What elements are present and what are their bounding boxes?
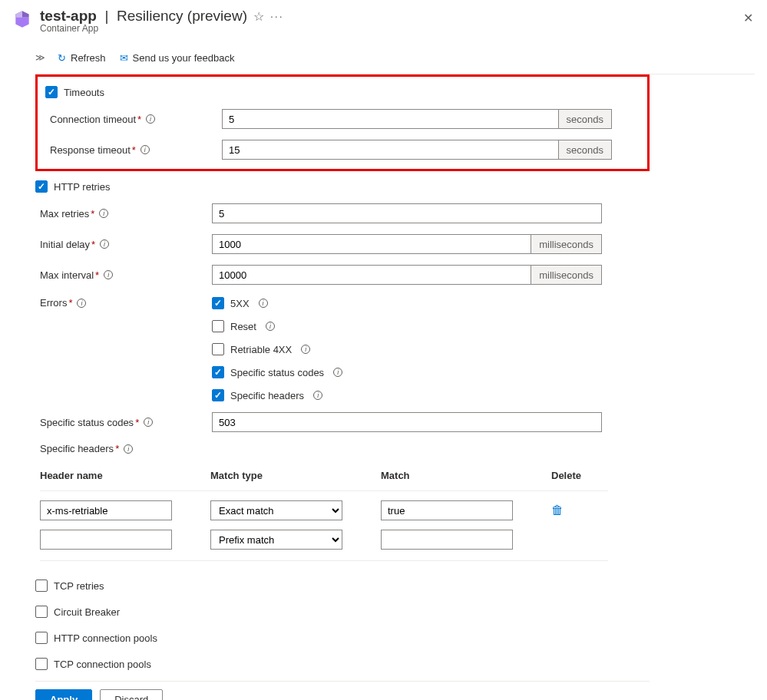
errors-label: Errors [40, 297, 67, 309]
response-timeout-input[interactable] [222, 140, 559, 160]
headers-table: Header name Match type Match Delete Exac… [40, 462, 608, 561]
err-specific-codes-checkbox[interactable] [212, 366, 224, 378]
match-value-input[interactable] [381, 500, 513, 520]
err-retriable4xx-label: Retriable 4XX [230, 344, 292, 355]
info-icon[interactable] [266, 322, 275, 331]
connection-timeout-label: Connection timeout [50, 114, 136, 125]
table-row: Exact match 🗑 [40, 500, 608, 520]
max-interval-input[interactable] [212, 265, 531, 285]
info-icon[interactable] [144, 418, 153, 427]
footer-divider [35, 681, 650, 682]
max-interval-unit: milliseconds [531, 265, 602, 285]
refresh-label: Refresh [71, 52, 106, 64]
info-icon[interactable] [333, 368, 342, 377]
container-app-icon [12, 9, 34, 31]
header-name-input[interactable] [40, 530, 172, 550]
subtitle: Container App [40, 23, 284, 34]
match-value-input[interactable] [381, 530, 513, 550]
initial-delay-label: Initial delay [40, 239, 90, 250]
err-reset-checkbox[interactable] [212, 320, 224, 332]
col-header-match: Match [381, 470, 551, 481]
info-icon[interactable] [301, 345, 310, 354]
close-icon[interactable]: ✕ [743, 11, 753, 25]
err-5xx-checkbox[interactable] [212, 297, 224, 309]
response-timeout-label: Response timeout [50, 144, 131, 156]
timeouts-label: Timeouts [64, 87, 104, 98]
circuit-breaker-label: Circuit Breaker [54, 606, 120, 618]
initial-delay-input[interactable] [212, 234, 531, 254]
delete-row-icon[interactable]: 🗑 [551, 504, 564, 517]
http-retries-label: HTTP retries [54, 181, 110, 193]
expand-sidebar-icon[interactable]: ≫ [35, 52, 45, 63]
match-type-select[interactable]: Exact match [210, 500, 342, 520]
tcp-retries-checkbox[interactable] [35, 579, 48, 592]
more-menu-icon[interactable]: ··· [270, 10, 284, 22]
info-icon[interactable] [141, 145, 150, 154]
page-header: test-app | Resiliency (preview) ☆ ··· Co… [12, 8, 755, 34]
tcp-pools-label: TCP connection pools [54, 659, 151, 670]
err-reset-label: Reset [230, 321, 256, 332]
info-icon[interactable] [99, 209, 108, 218]
response-timeout-unit: seconds [559, 140, 612, 160]
info-icon[interactable] [124, 444, 133, 454]
refresh-icon: ↻ [58, 52, 66, 64]
connection-timeout-unit: seconds [559, 109, 612, 129]
toolbar: ≫ ↻ Refresh ✉ Send us your feedback [12, 46, 755, 69]
info-icon[interactable] [104, 270, 113, 279]
info-icon[interactable] [100, 239, 109, 249]
http-retries-checkbox[interactable] [35, 180, 48, 193]
feedback-button[interactable]: ✉ Send us your feedback [115, 51, 240, 65]
initial-delay-unit: milliseconds [531, 234, 602, 254]
err-specific-codes-label: Specific status codes [230, 367, 324, 378]
apply-button[interactable]: Apply [35, 689, 92, 700]
info-icon[interactable] [313, 391, 322, 400]
http-pools-label: HTTP connection pools [54, 632, 157, 644]
specific-headers-label: Specific headers [40, 443, 114, 454]
err-specific-headers-label: Specific headers [230, 390, 304, 401]
timeouts-highlight-box: Timeouts Connection timeout * seconds Re… [35, 74, 650, 171]
err-retriable4xx-checkbox[interactable] [212, 343, 224, 355]
specific-codes-label: Specific status codes [40, 417, 134, 428]
circuit-breaker-checkbox[interactable] [35, 606, 48, 618]
breadcrumb: test-app | Resiliency (preview) [40, 8, 247, 25]
col-header-matchtype: Match type [210, 470, 381, 481]
http-pools-checkbox[interactable] [35, 632, 48, 644]
col-header-name: Header name [40, 470, 210, 481]
tcp-retries-label: TCP retries [54, 580, 104, 592]
max-retries-label: Max retries [40, 208, 89, 220]
refresh-button[interactable]: ↻ Refresh [53, 51, 111, 65]
max-interval-label: Max interval [40, 269, 94, 281]
err-5xx-label: 5XX [230, 298, 250, 309]
col-header-delete: Delete [551, 470, 597, 481]
max-retries-input[interactable] [212, 203, 602, 223]
specific-codes-input[interactable] [212, 412, 602, 432]
match-type-select[interactable]: Prefix match [210, 530, 342, 550]
info-icon[interactable] [146, 114, 155, 124]
header-name-input[interactable] [40, 500, 172, 520]
info-icon[interactable] [77, 299, 86, 308]
err-specific-headers-checkbox[interactable] [212, 389, 224, 401]
timeouts-checkbox[interactable] [45, 86, 58, 98]
discard-button[interactable]: Discard [100, 689, 163, 700]
connection-timeout-input[interactable] [222, 109, 559, 129]
table-row: Prefix match [40, 530, 608, 550]
info-icon[interactable] [259, 299, 268, 308]
tcp-pools-checkbox[interactable] [35, 658, 48, 670]
favorite-star-icon[interactable]: ☆ [253, 9, 264, 24]
feedback-icon: ✉ [120, 52, 128, 64]
feedback-label: Send us your feedback [133, 52, 235, 64]
